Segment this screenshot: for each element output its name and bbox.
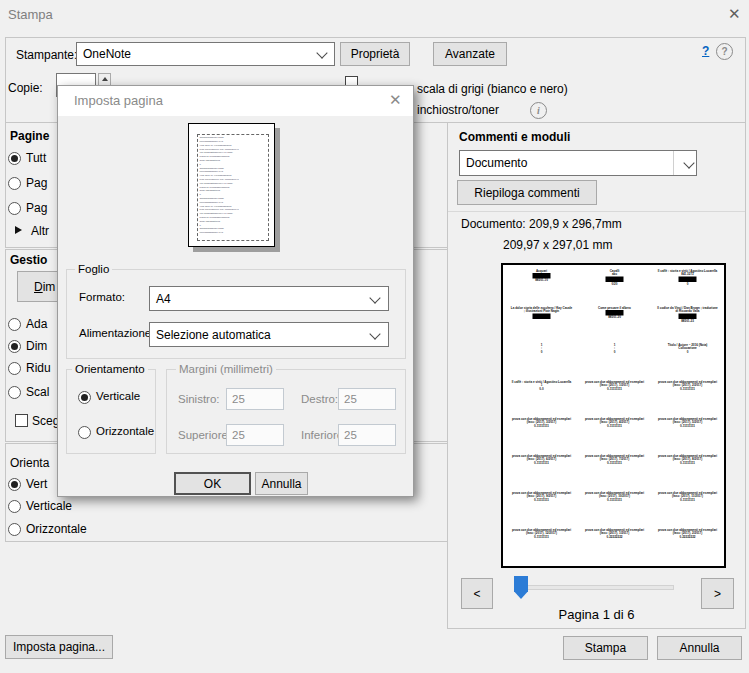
printer-label: Stampante: — [16, 48, 77, 62]
margin-top-field: 25 — [226, 424, 284, 446]
print-button[interactable]: Stampa — [563, 636, 648, 660]
copies-label: Copie: — [8, 81, 43, 95]
help-circle-icon[interactable]: ? — [716, 43, 733, 60]
preview-cell: prova con due abbonamenti ed esemplari (… — [578, 380, 651, 417]
preview-cell: prova con due abbonamenti ed esemplari (… — [505, 417, 578, 454]
format-select[interactable]: A4 — [149, 286, 389, 311]
radio-current-page[interactable] — [8, 177, 21, 190]
close-icon[interactable]: ✕ — [728, 6, 741, 21]
dialog-radio-portrait[interactable] — [78, 391, 91, 404]
dialog-orientation-group — [66, 369, 156, 454]
next-page-button[interactable]: > — [701, 578, 734, 609]
radio-landscape[interactable] — [8, 523, 21, 536]
radio-fit-label: Ada — [26, 317, 47, 331]
radio-page-range[interactable] — [8, 202, 21, 215]
preview-cell: prova con due abbonamenti ed esemplari (… — [578, 454, 651, 491]
radio-portrait-label: Verticale — [26, 499, 72, 513]
summarize-comments-button[interactable]: Riepiloga commenti — [457, 180, 597, 205]
radio-all-pages[interactable] — [8, 152, 21, 165]
grayscale-label: scala di grigi (bianco e nero) — [417, 82, 568, 96]
size-button[interactable]: Dim — [17, 271, 57, 302]
page-preview-content: Acquari88501-10Cavalliabc0/20Il caffè : … — [505, 267, 724, 566]
expand-arrow-icon[interactable] — [15, 226, 22, 234]
radio-custom-scale[interactable] — [8, 386, 21, 399]
preview-cell: Il codice da Vinci / Dan Brown ; traduzi… — [651, 306, 724, 343]
preview-cell: prova con due abbonamenti ed esemplari (… — [578, 528, 651, 565]
previous-page-button[interactable]: < — [461, 578, 493, 609]
printer-select[interactable]: OneNote — [76, 42, 335, 66]
page-slider-thumb[interactable] — [514, 576, 528, 599]
format-label: Formato: — [79, 291, 125, 303]
preview-cell: prova con due abbonamenti ed esemplari (… — [651, 454, 724, 491]
preview-cell: prova con due abbonamenti ed esemplari (… — [651, 417, 724, 454]
preview-cell: Il caffè : storia e virtù / Agostino Luc… — [651, 269, 724, 306]
radio-all-pages-label: Tutt — [26, 151, 46, 165]
sizing-header: Gestio — [10, 253, 47, 267]
radio-portrait[interactable] — [8, 500, 21, 513]
radio-page-range-label: Pag — [26, 201, 47, 215]
radio-custom-scale-label: Scal — [26, 385, 49, 399]
page-setup-preview: Chrrsanfisquebil fiass,Moleswissrsarbil … — [188, 123, 275, 247]
format-select-value: A4 — [156, 292, 171, 306]
preview-cell: prova con due abbonamenti ed esemplari (… — [505, 528, 578, 565]
paper-source-label: Alimentazione: — [79, 327, 154, 339]
choose-paper-label: Sceg — [32, 414, 59, 428]
preview-cell: prova con due abbonamenti ed esemplari (… — [651, 491, 724, 528]
page-setup-dialog: Imposta pagina ✕ Chrrsanfisquebil fiass,… — [57, 85, 414, 497]
page-slider-track[interactable] — [516, 585, 674, 590]
preview-cell: prova con due abbonamenti ed esemplari (… — [505, 491, 578, 528]
print-window: { "window": { "title": "Stampa" }, "icon… — [0, 0, 749, 673]
radio-actual-size-label: Dim — [26, 339, 47, 353]
dialog-close-icon[interactable]: ✕ — [389, 92, 402, 107]
radio-landscape-label: Orizzontale — [26, 522, 87, 536]
panel-divider — [448, 211, 745, 212]
advanced-button[interactable]: Avanzate — [433, 42, 507, 66]
preview-cell: Come pescare il albero88501-20 — [578, 306, 651, 343]
document-size-label: Documento: 209,9 x 296,7mm — [461, 217, 622, 231]
help-link[interactable]: ? — [702, 44, 709, 58]
comments-select-value: Documento — [466, 156, 527, 170]
margin-left-label: Sinistro: — [178, 393, 220, 405]
preview-cell: Titolo / Autore – 2016 (Nota)Collocazion… — [651, 343, 724, 380]
radio-current-page-label: Pag — [26, 176, 47, 190]
page-setup-button[interactable]: Imposta pagina... — [5, 635, 113, 659]
page-setup-preview-margins: Chrrsanfisquebil fiass,Moleswissrsarbil … — [197, 134, 269, 241]
radio-auto-orientation[interactable] — [8, 478, 21, 491]
preview-cell: prova con due abbonamenti ed esemplari (… — [578, 491, 651, 528]
margin-top-label: Superiore: — [178, 429, 231, 441]
properties-button[interactable]: Proprietà — [340, 42, 410, 66]
preview-panel: Commenti e moduli Documento Riepiloga co… — [447, 122, 746, 629]
dialog-cancel-button[interactable]: Annulla — [255, 472, 308, 495]
comments-select[interactable]: Documento — [459, 150, 697, 176]
ok-button[interactable]: OK — [174, 472, 251, 495]
preview-cell: La dolce storia delle zucchero / Kay Cas… — [505, 306, 578, 343]
paper-size-label: 209,97 x 297,01 mm — [503, 238, 612, 252]
preview-cell: 1:0 — [578, 343, 651, 380]
radio-actual-size[interactable] — [8, 340, 21, 353]
preview-cell: prova con due abbonamenti ed esemplari (… — [651, 528, 724, 565]
comments-header: Commenti e moduli — [459, 130, 570, 144]
radio-fit[interactable] — [8, 318, 21, 331]
info-icon[interactable]: i — [530, 102, 547, 119]
margin-right-field: 25 — [338, 388, 396, 410]
spin-up-icon — [102, 77, 108, 81]
cancel-button[interactable]: Annulla — [657, 636, 742, 660]
radio-shrink[interactable] — [8, 362, 21, 375]
choose-paper-checkbox[interactable] — [15, 414, 28, 427]
orientation-header: Orienta — [10, 456, 49, 470]
radio-shrink-label: Ridu — [26, 361, 51, 375]
preview-cell: prova con due abbonamenti ed esemplari (… — [651, 380, 724, 417]
preview-cell: Il caffè : storia e virtù / Agostino Luc… — [505, 380, 578, 417]
page-setup-preview-text: Chrrsanfisquebil fiass,Moleswissrsarbil … — [198, 135, 268, 234]
preview-cell: 1:0 — [505, 343, 578, 380]
printer-select-value: OneNote — [83, 47, 131, 61]
dialog-radio-landscape[interactable] — [78, 426, 91, 439]
margin-right-label: Destro: — [301, 393, 338, 405]
pages-header: Pagine — [10, 129, 49, 143]
preview-cell: prova con due abbonamenti ed esemplari (… — [505, 454, 578, 491]
dialog-orientation-group-label: Orientamento — [72, 363, 148, 375]
page-setup-dialog-title: Imposta pagina — [74, 93, 163, 108]
sheet-group-label: Foglio — [75, 263, 112, 275]
paper-source-select[interactable]: Selezione automatica — [149, 322, 389, 347]
margins-group-label: Margini (millimetri) — [176, 363, 276, 375]
